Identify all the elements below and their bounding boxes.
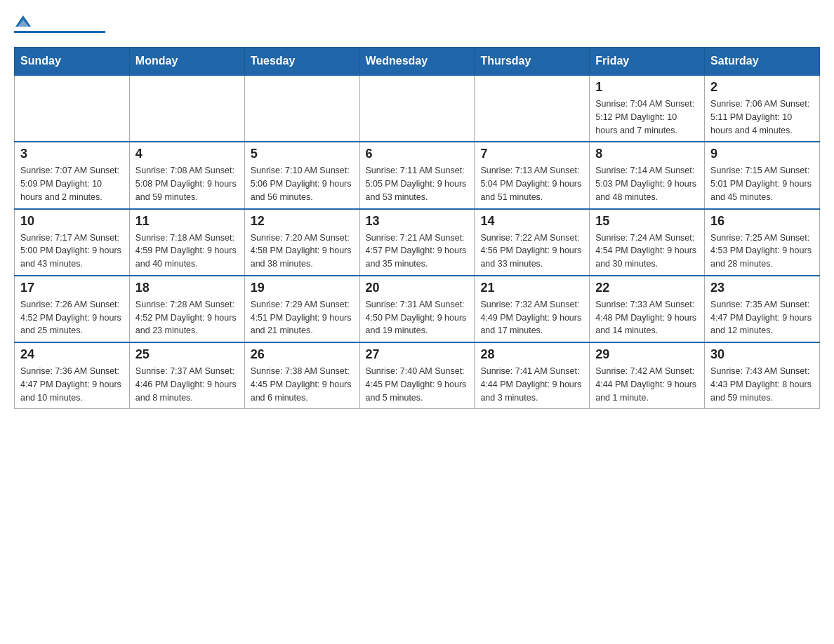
day-number: 5: [251, 147, 354, 161]
calendar-day: 4Sunrise: 7:08 AM Sunset: 5:08 PM Daylig…: [129, 142, 244, 208]
sun-info: Sunrise: 7:11 AM Sunset: 5:05 PM Dayligh…: [366, 164, 469, 203]
calendar-header-row: SundayMondayTuesdayWednesdayThursdayFrid…: [15, 48, 820, 76]
calendar-day: [244, 75, 359, 142]
header-monday: Monday: [129, 48, 244, 76]
calendar-week-3: 10Sunrise: 7:17 AM Sunset: 5:00 PM Dayli…: [15, 209, 820, 276]
logo-icon: [15, 14, 31, 29]
calendar-day: 3Sunrise: 7:07 AM Sunset: 5:09 PM Daylig…: [15, 142, 130, 208]
day-number: 30: [710, 347, 814, 362]
sun-info: Sunrise: 7:07 AM Sunset: 5:09 PM Dayligh…: [20, 164, 124, 203]
day-number: 22: [595, 281, 699, 295]
sun-info: Sunrise: 7:41 AM Sunset: 4:44 PM Dayligh…: [480, 365, 583, 404]
day-number: 18: [135, 281, 239, 295]
sun-info: Sunrise: 7:43 AM Sunset: 4:43 PM Dayligh…: [710, 365, 814, 404]
day-number: 9: [710, 147, 814, 161]
sun-info: Sunrise: 7:14 AM Sunset: 5:03 PM Dayligh…: [595, 164, 699, 203]
sun-info: Sunrise: 7:25 AM Sunset: 4:53 PM Dayligh…: [710, 232, 814, 271]
header-sunday: Sunday: [15, 48, 130, 76]
calendar-day: 11Sunrise: 7:18 AM Sunset: 4:59 PM Dayli…: [129, 209, 244, 276]
sun-info: Sunrise: 7:37 AM Sunset: 4:46 PM Dayligh…: [135, 365, 239, 404]
sun-info: Sunrise: 7:28 AM Sunset: 4:52 PM Dayligh…: [135, 298, 239, 337]
calendar-day: 23Sunrise: 7:35 AM Sunset: 4:47 PM Dayli…: [705, 276, 820, 342]
header-thursday: Thursday: [475, 48, 590, 76]
day-number: 15: [595, 214, 699, 229]
logo: [14, 14, 105, 33]
sun-info: Sunrise: 7:42 AM Sunset: 4:44 PM Dayligh…: [595, 365, 699, 404]
day-number: 13: [366, 214, 469, 229]
sun-info: Sunrise: 7:20 AM Sunset: 4:58 PM Dayligh…: [251, 232, 354, 271]
logo-triangle-icon: [15, 14, 31, 29]
header-friday: Friday: [590, 48, 705, 76]
sun-info: Sunrise: 7:21 AM Sunset: 4:57 PM Dayligh…: [366, 232, 469, 271]
calendar-week-5: 24Sunrise: 7:36 AM Sunset: 4:47 PM Dayli…: [15, 342, 820, 409]
day-number: 28: [480, 347, 583, 362]
sun-info: Sunrise: 7:13 AM Sunset: 5:04 PM Dayligh…: [480, 164, 583, 203]
sun-info: Sunrise: 7:40 AM Sunset: 4:45 PM Dayligh…: [366, 365, 469, 404]
calendar-day: 26Sunrise: 7:38 AM Sunset: 4:45 PM Dayli…: [244, 342, 359, 409]
calendar-day: 15Sunrise: 7:24 AM Sunset: 4:54 PM Dayli…: [590, 209, 705, 276]
sun-info: Sunrise: 7:32 AM Sunset: 4:49 PM Dayligh…: [480, 298, 583, 337]
day-number: 6: [366, 147, 469, 161]
calendar-day: 10Sunrise: 7:17 AM Sunset: 5:00 PM Dayli…: [15, 209, 130, 276]
header-saturday: Saturday: [705, 48, 820, 76]
calendar-day: [129, 75, 244, 142]
header-tuesday: Tuesday: [244, 48, 359, 76]
calendar-day: 28Sunrise: 7:41 AM Sunset: 4:44 PM Dayli…: [475, 342, 590, 409]
sun-info: Sunrise: 7:38 AM Sunset: 4:45 PM Dayligh…: [251, 365, 354, 404]
day-number: 16: [710, 214, 814, 229]
calendar-week-1: 1Sunrise: 7:04 AM Sunset: 5:12 PM Daylig…: [15, 75, 820, 142]
sun-info: Sunrise: 7:33 AM Sunset: 4:48 PM Dayligh…: [595, 298, 699, 337]
day-number: 14: [480, 214, 583, 229]
sun-info: Sunrise: 7:10 AM Sunset: 5:06 PM Dayligh…: [251, 164, 354, 203]
day-number: 26: [251, 347, 354, 362]
sun-info: Sunrise: 7:29 AM Sunset: 4:51 PM Dayligh…: [251, 298, 354, 337]
calendar-day: 17Sunrise: 7:26 AM Sunset: 4:52 PM Dayli…: [15, 276, 130, 342]
sun-info: Sunrise: 7:26 AM Sunset: 4:52 PM Dayligh…: [20, 298, 124, 337]
calendar-day: 1Sunrise: 7:04 AM Sunset: 5:12 PM Daylig…: [590, 75, 705, 142]
sun-info: Sunrise: 7:36 AM Sunset: 4:47 PM Dayligh…: [20, 365, 124, 404]
sun-info: Sunrise: 7:35 AM Sunset: 4:47 PM Dayligh…: [710, 298, 814, 337]
logo-underline: [14, 31, 105, 33]
day-number: 8: [595, 147, 699, 161]
sun-info: Sunrise: 7:24 AM Sunset: 4:54 PM Dayligh…: [595, 232, 699, 271]
calendar-day: 5Sunrise: 7:10 AM Sunset: 5:06 PM Daylig…: [244, 142, 359, 208]
calendar-day: 7Sunrise: 7:13 AM Sunset: 5:04 PM Daylig…: [475, 142, 590, 208]
sun-info: Sunrise: 7:17 AM Sunset: 5:00 PM Dayligh…: [20, 232, 124, 271]
calendar-week-4: 17Sunrise: 7:26 AM Sunset: 4:52 PM Dayli…: [15, 276, 820, 342]
sun-info: Sunrise: 7:22 AM Sunset: 4:56 PM Dayligh…: [480, 232, 583, 271]
sun-info: Sunrise: 7:08 AM Sunset: 5:08 PM Dayligh…: [135, 164, 239, 203]
day-number: 4: [135, 147, 239, 161]
day-number: 24: [20, 347, 124, 362]
calendar-day: 20Sunrise: 7:31 AM Sunset: 4:50 PM Dayli…: [359, 276, 475, 342]
calendar-day: 2Sunrise: 7:06 AM Sunset: 5:11 PM Daylig…: [705, 75, 820, 142]
calendar-day: 27Sunrise: 7:40 AM Sunset: 4:45 PM Dayli…: [359, 342, 475, 409]
calendar-day: 14Sunrise: 7:22 AM Sunset: 4:56 PM Dayli…: [475, 209, 590, 276]
page-header: [14, 14, 820, 33]
calendar-day: 6Sunrise: 7:11 AM Sunset: 5:05 PM Daylig…: [359, 142, 475, 208]
header-wednesday: Wednesday: [359, 48, 475, 76]
calendar-day: [359, 75, 475, 142]
sun-info: Sunrise: 7:06 AM Sunset: 5:11 PM Dayligh…: [710, 98, 814, 137]
calendar-day: 24Sunrise: 7:36 AM Sunset: 4:47 PM Dayli…: [15, 342, 130, 409]
calendar-day: 8Sunrise: 7:14 AM Sunset: 5:03 PM Daylig…: [590, 142, 705, 208]
day-number: 25: [135, 347, 239, 362]
calendar-day: 19Sunrise: 7:29 AM Sunset: 4:51 PM Dayli…: [244, 276, 359, 342]
calendar-day: 22Sunrise: 7:33 AM Sunset: 4:48 PM Dayli…: [590, 276, 705, 342]
calendar-day: 16Sunrise: 7:25 AM Sunset: 4:53 PM Dayli…: [705, 209, 820, 276]
calendar-day: [475, 75, 590, 142]
calendar-day: 9Sunrise: 7:15 AM Sunset: 5:01 PM Daylig…: [705, 142, 820, 208]
sun-info: Sunrise: 7:15 AM Sunset: 5:01 PM Dayligh…: [710, 164, 814, 203]
day-number: 2: [710, 80, 814, 95]
day-number: 19: [251, 281, 354, 295]
calendar-day: [15, 75, 130, 142]
day-number: 20: [366, 281, 469, 295]
day-number: 29: [595, 347, 699, 362]
day-number: 1: [595, 80, 699, 95]
day-number: 23: [710, 281, 814, 295]
calendar-day: 21Sunrise: 7:32 AM Sunset: 4:49 PM Dayli…: [475, 276, 590, 342]
calendar-day: 25Sunrise: 7:37 AM Sunset: 4:46 PM Dayli…: [129, 342, 244, 409]
day-number: 7: [480, 147, 583, 161]
calendar-day: 13Sunrise: 7:21 AM Sunset: 4:57 PM Dayli…: [359, 209, 475, 276]
calendar-day: 30Sunrise: 7:43 AM Sunset: 4:43 PM Dayli…: [705, 342, 820, 409]
day-number: 3: [20, 147, 124, 161]
